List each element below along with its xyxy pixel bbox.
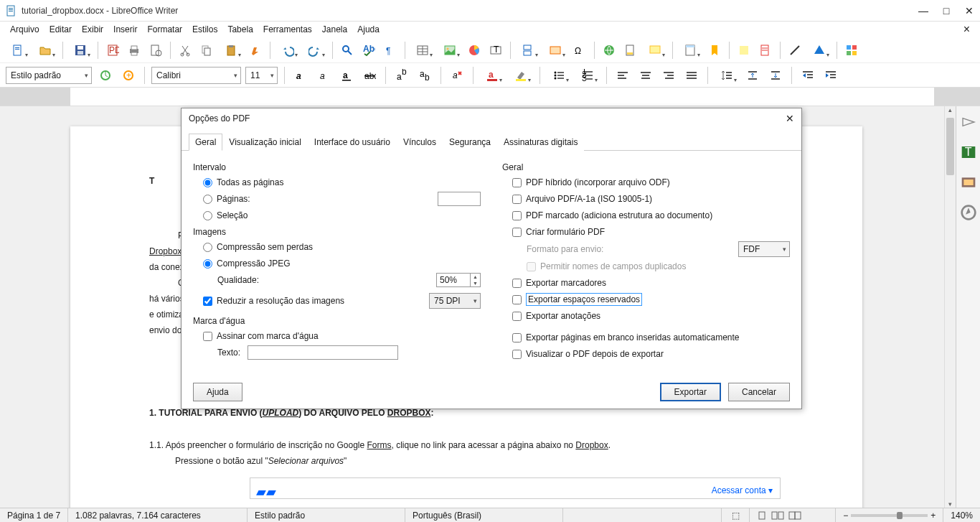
- bookmark-button[interactable]: [705, 41, 724, 60]
- align-right-button[interactable]: [659, 66, 678, 85]
- page-break-button[interactable]: [516, 41, 540, 60]
- clone-formatting-button[interactable]: [246, 41, 265, 60]
- ruler[interactable]: [0, 88, 980, 106]
- status-lang[interactable]: Português (Brasil): [405, 508, 563, 522]
- styles-icon[interactable]: T: [960, 144, 977, 161]
- track-changes-button[interactable]: [756, 41, 775, 60]
- close-document-button[interactable]: ×: [959, 23, 974, 36]
- line-spacing-button[interactable]: [715, 66, 739, 85]
- check-anot[interactable]: [512, 312, 522, 321]
- status-page[interactable]: Página 1 de 7: [0, 508, 68, 522]
- menu-inserir[interactable]: Inserir: [109, 23, 141, 36]
- dialog-close-button[interactable]: ✕: [786, 113, 794, 124]
- draw-functions-button[interactable]: [842, 41, 861, 60]
- open-button[interactable]: [33, 41, 57, 60]
- spellcheck-button[interactable]: Abc: [359, 41, 378, 60]
- single-page-icon[interactable]: [757, 511, 767, 521]
- strikethrough-button[interactable]: abc: [360, 66, 379, 85]
- print-button[interactable]: [125, 41, 143, 60]
- number-list-button[interactable]: 123: [575, 66, 600, 85]
- align-left-button[interactable]: [613, 66, 632, 85]
- radio-semperdas[interactable]: [203, 243, 212, 252]
- save-button[interactable]: [68, 41, 93, 60]
- textbox-button[interactable]: T: [486, 41, 505, 60]
- font-name-combo[interactable]: Calibri: [151, 67, 241, 84]
- menu-ferramentas[interactable]: Ferramentas: [259, 23, 316, 36]
- table-button[interactable]: [410, 41, 435, 60]
- tab-vinculos[interactable]: Vínculos: [397, 134, 443, 151]
- check-reduzir[interactable]: [203, 297, 212, 306]
- decrease-spacing-button[interactable]: [766, 66, 785, 85]
- menu-janela[interactable]: Janela: [318, 23, 352, 36]
- export-pdf-button[interactable]: PDF: [103, 41, 122, 60]
- header-footer-button[interactable]: [678, 41, 702, 60]
- clear-formatting-button[interactable]: a: [448, 66, 466, 85]
- select-dpi[interactable]: 75 DPI: [429, 293, 481, 309]
- multi-page-icon[interactable]: [771, 511, 784, 521]
- gallery-icon[interactable]: [960, 174, 977, 191]
- check-hibrido[interactable]: [512, 178, 522, 187]
- spin-qualidade[interactable]: ▲▼: [436, 273, 481, 287]
- menu-ajuda[interactable]: Ajuda: [353, 23, 384, 36]
- maximize-button[interactable]: □: [941, 6, 951, 16]
- copy-button[interactable]: [197, 41, 216, 60]
- check-formulario[interactable]: [512, 228, 522, 237]
- vertical-scrollbar[interactable]: [944, 106, 956, 508]
- font-size-combo[interactable]: 11: [245, 67, 278, 84]
- help-button[interactable]: Ajuda: [193, 383, 242, 401]
- new-style-button[interactable]: +: [119, 66, 138, 85]
- hyperlink-button[interactable]: [600, 41, 618, 60]
- check-visualizar[interactable]: [512, 350, 522, 359]
- check-espacos[interactable]: [512, 295, 522, 304]
- status-insert[interactable]: ⬚: [721, 508, 750, 522]
- check-assinar[interactable]: [203, 332, 212, 341]
- minimize-button[interactable]: —: [918, 6, 928, 16]
- navigator-icon[interactable]: [960, 204, 977, 221]
- menu-editar[interactable]: Editar: [45, 23, 76, 36]
- status-zoom[interactable]: 140%: [943, 508, 980, 522]
- close-button[interactable]: ✕: [964, 6, 974, 16]
- menu-exibir[interactable]: Exibir: [77, 23, 108, 36]
- superscript-button[interactable]: ab: [392, 66, 411, 85]
- increase-indent-button[interactable]: [798, 66, 817, 85]
- radio-paginas[interactable]: [203, 195, 212, 204]
- line-button[interactable]: [786, 41, 804, 60]
- special-char-button[interactable]: Ω: [570, 41, 589, 60]
- redo-button[interactable]: [303, 41, 327, 60]
- radio-selecao[interactable]: [203, 211, 212, 220]
- zoom-slider[interactable]: −+: [836, 508, 943, 522]
- align-justify-button[interactable]: [682, 66, 701, 85]
- export-button[interactable]: Exportar: [660, 383, 721, 401]
- bold-button[interactable]: a: [291, 66, 310, 85]
- radio-jpeg[interactable]: [203, 259, 212, 269]
- status-words[interactable]: 1.082 palavras, 7.164 caracteres: [68, 508, 248, 522]
- basic-shapes-button[interactable]: [807, 41, 831, 60]
- increase-spacing-button[interactable]: [743, 66, 762, 85]
- bullet-list-button[interactable]: [547, 66, 571, 85]
- formatting-marks-button[interactable]: ¶: [381, 41, 400, 60]
- comment-button[interactable]: [643, 41, 667, 60]
- paragraph-style-combo[interactable]: Estilo padrão: [6, 67, 92, 84]
- menu-tabela[interactable]: Tabela: [223, 23, 257, 36]
- chart-button[interactable]: [465, 41, 484, 60]
- subscript-button[interactable]: ab: [415, 66, 434, 85]
- cut-button[interactable]: [176, 41, 194, 60]
- align-center-button[interactable]: [636, 66, 655, 85]
- menu-estilos[interactable]: Estilos: [188, 23, 222, 36]
- menu-arquivo[interactable]: Arquivo: [6, 23, 44, 36]
- underline-button[interactable]: a: [337, 66, 356, 85]
- find-replace-button[interactable]: [338, 41, 357, 60]
- highlight-button[interactable]: [509, 66, 533, 85]
- input-qualidade[interactable]: [436, 273, 471, 287]
- print-preview-button[interactable]: [146, 41, 165, 60]
- font-color-button[interactable]: a: [480, 66, 504, 85]
- paste-button[interactable]: [219, 41, 243, 60]
- note-button[interactable]: [735, 41, 753, 60]
- check-pdfa[interactable]: [512, 195, 522, 204]
- check-marcado[interactable]: [512, 211, 522, 220]
- tab-visualizacao[interactable]: Visualização inicial: [222, 134, 308, 151]
- tab-geral[interactable]: Geral: [189, 134, 222, 151]
- check-marcadores[interactable]: [512, 279, 522, 288]
- undo-button[interactable]: [275, 41, 300, 60]
- status-view-buttons[interactable]: [750, 508, 836, 522]
